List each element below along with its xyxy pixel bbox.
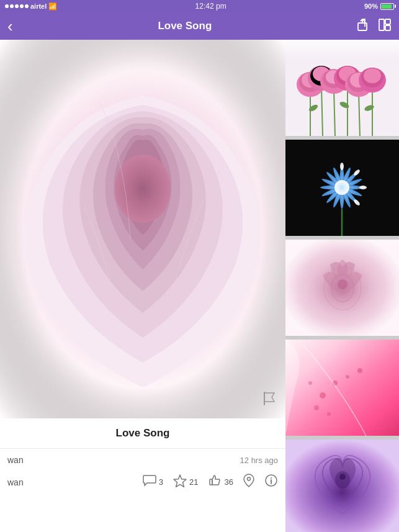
comment-action[interactable]: 3 — [143, 474, 163, 490]
svg-point-52 — [340, 163, 344, 170]
svg-point-38 — [364, 68, 381, 83]
svg-point-71 — [308, 381, 312, 385]
status-right: 90% — [364, 2, 394, 10]
svg-rect-2 — [379, 19, 384, 30]
svg-point-10 — [248, 477, 251, 480]
thumbnail-4[interactable] — [285, 340, 399, 438]
svg-rect-8 — [0, 40, 285, 418]
svg-point-58 — [339, 185, 344, 190]
right-panel — [285, 40, 399, 532]
thumbnail-2[interactable] — [285, 140, 399, 238]
status-bar: airtel 📶 12:42 pm 90% — [0, 0, 399, 12]
info-icon — [264, 474, 278, 490]
svg-rect-4 — [385, 25, 390, 30]
left-panel: Love Song wan 12 hrs ago wan 3 — [0, 40, 285, 532]
location-icon — [243, 474, 254, 490]
thumbnail-1[interactable] — [285, 40, 399, 138]
svg-point-69 — [327, 412, 331, 416]
svg-rect-9 — [210, 479, 212, 485]
svg-point-63 — [338, 279, 347, 289]
svg-rect-0 — [358, 23, 367, 30]
svg-point-67 — [314, 405, 319, 410]
info-action[interactable] — [264, 474, 278, 490]
svg-point-75 — [339, 474, 346, 480]
like-count: 36 — [225, 477, 233, 487]
svg-point-70 — [357, 368, 362, 373]
thumbsup-icon — [208, 474, 222, 490]
star-action[interactable]: 21 — [173, 474, 198, 490]
location-action[interactable] — [243, 474, 254, 490]
wifi-icon: 📶 — [48, 2, 57, 11]
battery-icon — [380, 3, 394, 10]
nav-actions — [357, 18, 392, 35]
star-icon — [173, 474, 187, 490]
user1-name: wan — [7, 455, 24, 465]
user2-name: wan — [7, 477, 24, 487]
share-icon[interactable] — [357, 18, 370, 35]
flag-icon[interactable] — [261, 390, 278, 411]
battery-percent: 90% — [364, 2, 378, 10]
svg-point-65 — [320, 392, 326, 399]
comment-count: 3 — [159, 477, 163, 487]
carrier-label: airtel — [30, 2, 47, 10]
like-action[interactable]: 36 — [208, 474, 233, 490]
svg-rect-64 — [285, 340, 399, 436]
main-image-container[interactable] — [0, 40, 285, 418]
user-row-2: wan 3 — [7, 467, 278, 497]
svg-rect-42 — [285, 40, 399, 58]
svg-point-68 — [346, 375, 349, 379]
main-image-rose — [0, 40, 285, 418]
nav-bar: ‹ Love Song — [0, 12, 399, 40]
status-left: airtel 📶 — [5, 2, 57, 11]
photo-title: Love Song — [10, 427, 276, 440]
time-ago: 12 hrs ago — [240, 456, 278, 465]
thumbnail-5[interactable] — [285, 440, 399, 532]
thumbnail-3[interactable] — [285, 240, 399, 338]
signal-dots — [5, 4, 29, 8]
svg-point-13 — [271, 477, 272, 479]
status-time: 12:42 pm — [195, 2, 226, 11]
user-row-1: wan 12 hrs ago — [7, 453, 278, 467]
nav-title: Love Song — [13, 20, 357, 32]
svg-point-54 — [359, 186, 367, 189]
main-content: Love Song wan 12 hrs ago wan 3 — [0, 40, 399, 532]
actions-row: 3 21 — [143, 470, 278, 494]
star-count: 21 — [189, 477, 198, 487]
svg-rect-3 — [385, 19, 390, 24]
comment-icon — [143, 474, 156, 490]
user-rows: wan 12 hrs ago wan 3 — [0, 449, 285, 500]
back-chevron-icon: ‹ — [7, 18, 13, 34]
grid-icon[interactable] — [378, 18, 392, 35]
photo-info-section: Love Song — [0, 418, 285, 449]
back-button[interactable]: ‹ — [7, 18, 13, 34]
